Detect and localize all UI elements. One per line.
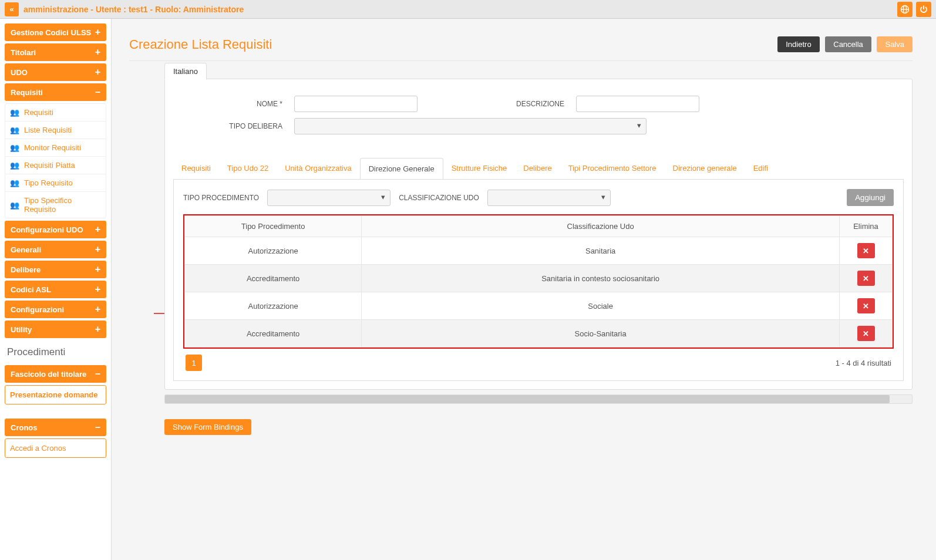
tab-delibere[interactable]: Delibere (515, 158, 560, 179)
table-row: Autorizzazione Sanitaria ✕ (185, 237, 893, 265)
plus-icon: + (95, 27, 100, 38)
sidebar-item-presentazione-domande[interactable]: Presentazione domande (5, 385, 106, 404)
back-button[interactable]: Indietro (777, 36, 819, 52)
nome-input[interactable] (294, 96, 418, 112)
sidebar: Gestione Codici ULSS+ Titolari+ UDO+ Req… (0, 19, 112, 560)
tab-direzione-generale[interactable]: Direzione Generale (360, 158, 443, 180)
tabs-row: Requisiti Tipo Udo 22 Unità Organizzativ… (173, 158, 904, 180)
sidebar-item-accedi-cronos[interactable]: Accedi a Cronos (5, 438, 106, 458)
show-form-bindings-button[interactable]: Show Form Bindings (164, 419, 251, 435)
tab-tipi-procedimento-settore[interactable]: Tipi Procedimento Settore (560, 158, 665, 179)
tab-direzione-generale-2[interactable]: Direzione generale (665, 158, 745, 179)
page-1-button[interactable]: 1 (186, 355, 202, 371)
plus-icon: + (95, 304, 100, 315)
topbar: « amministrazione - Utente : test1 - Ruo… (0, 0, 936, 19)
sidebar-panel-udo[interactable]: UDO+ (5, 63, 106, 81)
sidebar-panel-configurazioni-udo[interactable]: Configurazioni UDO+ (5, 221, 106, 238)
label-tipo-delibera: TIPO DELIBERA (188, 122, 282, 130)
table-row: Autorizzazione Sociale ✕ (185, 292, 893, 320)
add-button[interactable]: Aggiungi (847, 189, 894, 206)
tab-requisiti[interactable]: Requisiti (173, 158, 219, 179)
minus-icon: – (95, 422, 100, 433)
sidebar-panel-gestione-codici[interactable]: Gestione Codici ULSS+ (5, 23, 106, 41)
tipo-delibera-select[interactable] (294, 118, 647, 134)
plus-icon: + (95, 324, 100, 335)
horizontal-scrollbar[interactable] (164, 394, 913, 404)
language-tab-italiano[interactable]: Italiano (164, 63, 207, 80)
plus-icon: + (95, 67, 100, 77)
sidebar-item-requisiti-piatta[interactable]: 👥Requisiti Piatta (5, 156, 106, 174)
descrizione-input[interactable] (576, 96, 699, 112)
sidebar-item-requisiti[interactable]: 👥Requisiti (5, 104, 106, 121)
user-icon: 👥 (10, 143, 19, 152)
user-icon: 👥 (10, 108, 19, 117)
power-icon[interactable] (916, 2, 931, 17)
save-button[interactable]: Salva (877, 36, 913, 52)
th-tipo-procedimento: Tipo Procedimento (185, 216, 362, 237)
tab-panel-direzione-generale: TIPO PROCEDIMENTO CLASSIFICAZIONE UDO Ag… (173, 180, 904, 381)
delete-row-button[interactable]: ✕ (857, 298, 875, 313)
th-classificazione-udo: Classificazione Udo (362, 216, 840, 237)
label-descrizione: DESCRIZIONE (429, 100, 564, 108)
sidebar-panel-utility[interactable]: Utility+ (5, 321, 106, 338)
plus-icon: + (95, 244, 100, 255)
label-nome: NOME * (188, 100, 282, 108)
sidebar-panel-cronos[interactable]: Cronos– (5, 419, 106, 436)
minus-icon: – (95, 87, 100, 97)
tab-strutture-fisiche[interactable]: Strutture Fisiche (443, 158, 516, 179)
plus-icon: + (95, 47, 100, 58)
table-row: Accreditamento Socio-Sanitaria ✕ (185, 320, 893, 348)
delete-row-button[interactable]: ✕ (857, 326, 875, 341)
tab-unita-organizzativa[interactable]: Unità Organizzativa (277, 158, 359, 179)
user-icon: 👥 (10, 126, 19, 134)
sidebar-item-monitor-requisiti[interactable]: 👥Monitor Requisiti (5, 139, 106, 156)
delete-row-button[interactable]: ✕ (857, 243, 875, 258)
classificazione-udo-select[interactable] (487, 190, 611, 206)
tab-tipo-udo-22[interactable]: Tipo Udo 22 (219, 158, 277, 179)
collapse-sidebar-button[interactable]: « (5, 2, 19, 16)
label-tipo-procedimento: TIPO PROCEDIMENTO (183, 194, 259, 202)
delete-row-button[interactable]: ✕ (857, 271, 875, 286)
table-row: Accreditamento Sanitaria in contesto soc… (185, 265, 893, 292)
sidebar-item-tipo-requisito[interactable]: 👥Tipo Requisito (5, 174, 106, 191)
sidebar-panel-requisiti[interactable]: Requisiti– (5, 83, 106, 101)
sidebar-panel-generali[interactable]: Generali+ (5, 241, 106, 258)
sidebar-item-tipo-specifico-requisito[interactable]: 👥Tipo Specifico Requisito (5, 191, 106, 218)
user-icon: 👥 (10, 161, 19, 170)
plus-icon: + (95, 224, 100, 235)
user-icon: 👥 (10, 178, 19, 187)
main-content: Creazione Lista Requisiti Indietro Cance… (112, 19, 936, 560)
tipo-procedimento-select[interactable] (267, 190, 390, 206)
sidebar-panel-fascicolo[interactable]: Fascicolo del titolare– (5, 365, 106, 383)
cancel-button[interactable]: Cancella (825, 36, 871, 52)
topbar-title: amministrazione - Utente : test1 - Ruolo… (23, 5, 244, 14)
results-table: Tipo Procedimento Classificazione Udo El… (184, 215, 893, 348)
sidebar-item-liste-requisiti[interactable]: 👥Liste Requisiti (5, 121, 106, 139)
minus-icon: – (95, 369, 100, 379)
page-title: Creazione Lista Requisiti (129, 37, 272, 52)
sidebar-panel-delibere[interactable]: Delibere+ (5, 261, 106, 278)
sidebar-panel-codici-asl[interactable]: Codici ASL+ (5, 281, 106, 298)
form-card: Italiano NOME * DESCRIZIONE TIPO DELIBER… (164, 79, 913, 390)
sidebar-section-procedimenti: Procedimenti (5, 340, 106, 365)
th-elimina: Elimina (840, 216, 893, 237)
sidebar-panel-titolari[interactable]: Titolari+ (5, 43, 106, 61)
label-classificazione-udo: CLASSIFICAZIONE UDO (399, 194, 479, 202)
results-table-highlighted: Tipo Procedimento Classificazione Udo El… (183, 214, 894, 349)
globe-icon[interactable] (897, 2, 913, 17)
tab-edifi[interactable]: Edifi (745, 158, 776, 179)
pager-info: 1 - 4 di 4 risultati (836, 359, 891, 367)
plus-icon: + (95, 284, 100, 295)
plus-icon: + (95, 264, 100, 275)
sidebar-panel-configurazioni[interactable]: Configurazioni+ (5, 301, 106, 318)
user-icon: 👥 (10, 201, 19, 210)
